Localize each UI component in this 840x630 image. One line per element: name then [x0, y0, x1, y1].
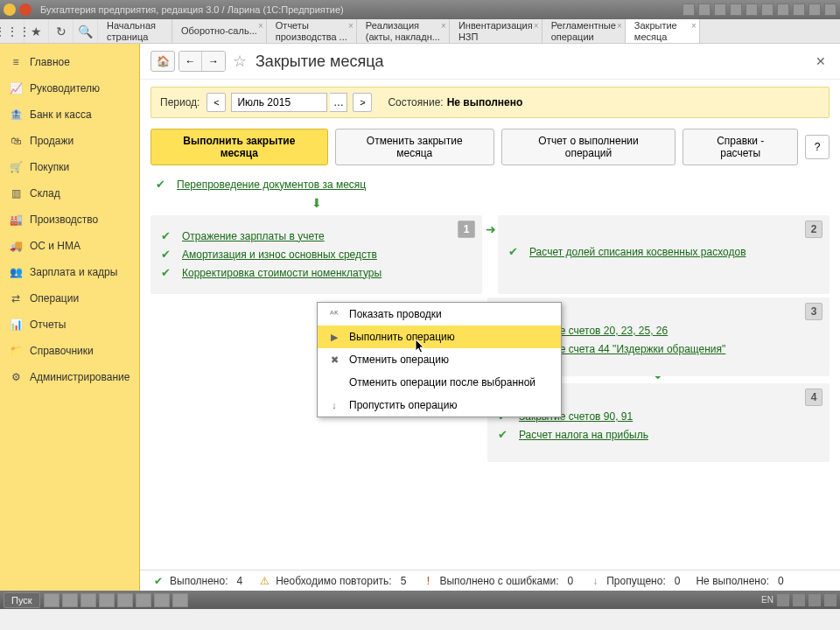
sidebar-item[interactable]: 🛒Покупки [0, 154, 139, 180]
sidebar-icon: ⚙ [9, 370, 23, 384]
sidebar-item[interactable]: ≡Главное [0, 49, 139, 75]
period-next-button[interactable]: > [353, 93, 372, 112]
skip-icon: ↓ [589, 575, 601, 587]
operation-link[interactable]: Отражение зарплаты в учете [182, 230, 325, 242]
tray-icon[interactable] [793, 594, 805, 606]
operation-link[interactable]: Расчет налога на прибыль [519, 429, 648, 441]
period-label: Период: [160, 96, 200, 108]
sidebar-item[interactable]: ⇄Операции [0, 285, 139, 312]
tab-close-icon[interactable]: × [534, 21, 539, 32]
operation-link[interactable]: Корректировка стоимости номенклатуры [182, 267, 382, 279]
close-os-icon[interactable] [19, 4, 32, 16]
tab[interactable]: Закрытиемесяца× [626, 19, 700, 43]
reprocess-link[interactable]: Перепроведение документов за месяц [177, 178, 366, 191]
step-badge: 1 [458, 220, 475, 238]
tab[interactable]: Регламентныеоперации× [542, 19, 626, 43]
apps-grid-icon[interactable]: ⋮⋮⋮ [0, 19, 24, 43]
back-button[interactable]: ← [179, 52, 202, 71]
titlebar-icon[interactable] [730, 4, 742, 16]
sidebar-icon: ⇄ [9, 291, 23, 305]
tab-close-icon[interactable]: × [691, 21, 696, 32]
taskbar-icon[interactable] [136, 593, 151, 607]
sidebar-item[interactable]: 🚚ОС и НМА [0, 233, 139, 259]
titlebar-icon[interactable] [698, 4, 710, 16]
sidebar: ≡Главное📈Руководителю🏦Банк и касса🛍Прода… [0, 44, 140, 591]
tab-close-icon[interactable]: × [258, 21, 263, 32]
titlebar-icon[interactable] [746, 4, 758, 16]
titlebar-icon[interactable] [682, 4, 695, 16]
sidebar-item[interactable]: 🏭Производство [0, 206, 139, 233]
operation-link[interactable]: Расчет долей списания косвенных расходов [529, 246, 746, 258]
taskbar-icon[interactable] [172, 593, 188, 607]
sidebar-item[interactable]: 📈Руководителю [0, 75, 139, 102]
taskbar-icon[interactable] [44, 593, 60, 607]
operations-report-button[interactable]: Отчет о выполнении операций [501, 129, 676, 165]
tray-icon[interactable] [824, 594, 836, 606]
titlebar-icon[interactable] [714, 4, 726, 16]
search-icon[interactable]: 🔍 [74, 19, 98, 43]
sidebar-item[interactable]: 🏦Банк и касса [0, 102, 139, 128]
minimize-os-icon[interactable] [4, 4, 16, 16]
titlebar-icon[interactable] [793, 4, 805, 16]
titlebar-icon[interactable] [761, 4, 774, 16]
ctx-cancel-operation[interactable]: ✖Отменить операцию [318, 348, 561, 371]
cancel-icon: ✖ [326, 353, 342, 367]
steps-area: ✔ Перепроведение документов за месяц ⬇ 1… [140, 174, 840, 570]
status-value: 5 [401, 575, 407, 587]
cancel-close-month-button[interactable]: Отменить закрытие месяца [335, 129, 494, 165]
run-close-month-button[interactable]: Выполнить закрытие месяца [150, 129, 328, 165]
favorite-icon[interactable]: ★ [24, 19, 49, 43]
titlebar-icon[interactable] [808, 4, 821, 16]
sidebar-item[interactable]: 👥Зарплата и кадры [0, 259, 139, 285]
taskbar-icon[interactable] [117, 593, 133, 607]
titlebar-icon[interactable] [824, 4, 836, 16]
help-button[interactable]: ? [805, 135, 830, 159]
tab-label: Реализация [366, 20, 440, 32]
ctx-cancel-after[interactable]: Отменить операции после выбранной [318, 371, 561, 394]
sidebar-label: Главное [30, 56, 70, 68]
titlebar-icon[interactable] [777, 4, 789, 16]
lang-indicator[interactable]: EN [761, 595, 774, 605]
references-button[interactable]: Справки - расчеты [682, 129, 798, 165]
step-row: ✔ Перепроведение документов за месяц [156, 178, 830, 191]
tab[interactable]: ИнвентаризацияНЗП× [450, 19, 542, 43]
tab-sublabel: производства ... [276, 32, 347, 43]
forward-button[interactable]: → [202, 52, 225, 71]
history-icon[interactable]: ↻ [49, 19, 74, 43]
sidebar-icon: 🚚 [9, 239, 23, 253]
period-picker-button[interactable]: … [330, 93, 347, 112]
sidebar-item[interactable]: ⚙Администрирование [0, 364, 139, 390]
nav-group: ← → [178, 51, 226, 72]
tab-close-icon[interactable]: × [441, 21, 446, 32]
period-prev-button[interactable]: < [206, 93, 226, 112]
period-input[interactable]: Июль 2015 [231, 93, 327, 112]
tab-close-icon[interactable]: × [348, 21, 354, 32]
taskbar-icon[interactable] [80, 593, 96, 607]
step-badge: 3 [805, 303, 822, 320]
operation-link[interactable]: Амортизация и износ основных средств [182, 248, 377, 261]
sidebar-item[interactable]: 📁Справочники [0, 338, 139, 364]
star-icon[interactable]: ☆ [233, 52, 247, 71]
ctx-skip-operation[interactable]: ↓Пропустить операцию [318, 394, 561, 416]
sidebar-item[interactable]: 📊Отчеты [0, 312, 139, 338]
ctx-run-operation[interactable]: ▶Выполнить операцию [318, 326, 561, 348]
status-label: Необходимо повторить: [276, 575, 392, 587]
tab[interactable]: Оборотно-саль...× [172, 19, 267, 43]
home-button[interactable]: 🏠 [150, 51, 175, 72]
ctx-show-entries[interactable]: ᴬᴷПоказать проводки [318, 303, 561, 326]
start-button[interactable]: Пуск [4, 592, 40, 608]
tab-close-icon[interactable]: × [617, 21, 622, 32]
tray-icon[interactable] [808, 594, 821, 606]
tab[interactable]: Реализация(акты, накладн...× [357, 19, 450, 43]
sidebar-item[interactable]: ▥Склад [0, 180, 139, 206]
close-icon[interactable]: ✕ [812, 51, 830, 72]
taskbar-icon[interactable] [154, 593, 170, 607]
tab[interactable]: Отчетыпроизводства ...× [267, 19, 357, 43]
sidebar-item[interactable]: 🛍Продажи [0, 128, 139, 154]
taskbar-icon[interactable] [99, 593, 115, 607]
tray-icon[interactable] [777, 594, 789, 606]
status-value: 4 [236, 575, 242, 587]
tab[interactable]: Начальнаястраница [98, 19, 172, 43]
content: 🏠 ← → ☆ Закрытие месяца ✕ Период: < Июль… [140, 44, 840, 591]
taskbar-icon[interactable] [62, 593, 78, 607]
